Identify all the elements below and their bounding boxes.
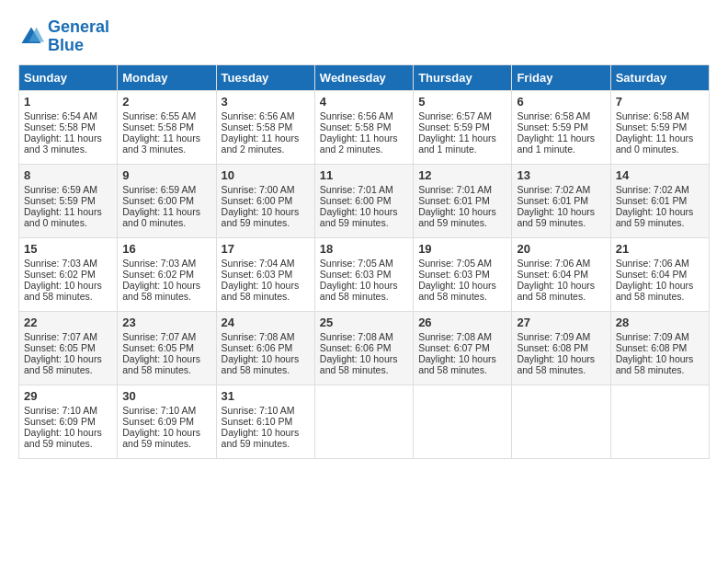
day-info: Sunset: 6:02 PM (122, 269, 210, 280)
day-info: Sunset: 6:10 PM (222, 416, 310, 427)
day-info: and 58 minutes. (24, 364, 112, 375)
day-info: Daylight: 11 hours (616, 132, 704, 144)
day-number: 8 (24, 168, 112, 182)
day-number: 5 (418, 95, 506, 109)
day-number: 28 (616, 316, 704, 329)
day-info: Sunrise: 7:07 AM (122, 331, 210, 342)
day-info: Sunset: 6:01 PM (616, 195, 704, 206)
day-info: and 1 minute. (517, 144, 605, 155)
day-number: 27 (517, 316, 605, 329)
day-info: and 58 minutes. (122, 364, 210, 375)
day-number: 16 (122, 242, 210, 256)
day-number: 25 (320, 316, 408, 329)
calendar-week-row: 1Sunrise: 6:54 AMSunset: 5:58 PMDaylight… (19, 90, 710, 164)
calendar-cell: 17Sunrise: 7:04 AMSunset: 6:03 PMDayligh… (216, 237, 314, 311)
day-info: and 0 minutes. (616, 144, 704, 155)
column-header-wednesday: Wednesday (314, 64, 413, 90)
calendar-week-row: 15Sunrise: 7:03 AMSunset: 6:02 PMDayligh… (19, 237, 710, 311)
day-number: 20 (517, 242, 605, 256)
day-info: Daylight: 11 hours (222, 132, 310, 144)
day-info: and 59 minutes. (24, 438, 112, 449)
column-header-sunday: Sunday (19, 64, 118, 90)
day-info: and 3 minutes. (24, 144, 112, 155)
day-info: Daylight: 10 hours (24, 427, 112, 438)
calendar-header-row: SundayMondayTuesdayWednesdayThursdayFrid… (19, 64, 710, 90)
calendar-cell (512, 385, 610, 458)
day-info: Sunrise: 7:09 AM (517, 331, 605, 342)
day-info: Sunset: 5:58 PM (320, 121, 408, 132)
day-info: Sunrise: 6:59 AM (122, 184, 210, 195)
day-info: Daylight: 10 hours (24, 353, 112, 364)
day-info: Sunrise: 7:10 AM (222, 405, 310, 416)
column-header-tuesday: Tuesday (216, 64, 314, 90)
calendar-cell: 1Sunrise: 6:54 AMSunset: 5:58 PMDaylight… (19, 90, 118, 164)
day-info: Sunset: 5:58 PM (122, 121, 210, 132)
day-number: 15 (24, 242, 112, 256)
day-info: Sunrise: 7:06 AM (616, 258, 704, 269)
day-info: Sunset: 6:06 PM (320, 342, 408, 353)
day-info: and 1 minute. (418, 144, 506, 155)
day-info: and 59 minutes. (418, 217, 506, 228)
day-info: Daylight: 10 hours (320, 206, 408, 217)
day-info: and 59 minutes. (616, 217, 704, 228)
day-info: Sunrise: 7:07 AM (24, 331, 112, 342)
day-info: Sunset: 6:03 PM (418, 269, 506, 280)
day-info: Sunrise: 6:58 AM (517, 110, 605, 121)
calendar-cell: 28Sunrise: 7:09 AMSunset: 6:08 PMDayligh… (610, 311, 709, 385)
day-info: and 58 minutes. (517, 291, 605, 302)
day-info: and 59 minutes. (320, 217, 408, 228)
calendar-cell (610, 385, 709, 458)
calendar-cell: 25Sunrise: 7:08 AMSunset: 6:06 PMDayligh… (314, 311, 413, 385)
calendar-cell: 26Sunrise: 7:08 AMSunset: 6:07 PMDayligh… (414, 311, 512, 385)
calendar-cell: 16Sunrise: 7:03 AMSunset: 6:02 PMDayligh… (118, 237, 216, 311)
day-info: Sunrise: 7:01 AM (320, 184, 408, 195)
day-number: 11 (320, 168, 408, 182)
day-info: Daylight: 11 hours (320, 132, 408, 144)
page-header: General Blue (18, 18, 710, 55)
day-info: Sunrise: 6:56 AM (320, 110, 408, 121)
day-number: 26 (418, 316, 506, 329)
day-info: Daylight: 10 hours (320, 280, 408, 291)
day-number: 22 (24, 316, 112, 329)
calendar-cell: 9Sunrise: 6:59 AMSunset: 6:00 PMDaylight… (118, 164, 216, 237)
calendar-cell: 8Sunrise: 6:59 AMSunset: 5:59 PMDaylight… (19, 164, 118, 237)
day-number: 23 (122, 316, 210, 329)
calendar-cell: 27Sunrise: 7:09 AMSunset: 6:08 PMDayligh… (512, 311, 610, 385)
calendar-body: 1Sunrise: 6:54 AMSunset: 5:58 PMDaylight… (19, 90, 710, 458)
day-number: 13 (517, 168, 605, 182)
calendar-cell: 29Sunrise: 7:10 AMSunset: 6:09 PMDayligh… (19, 385, 118, 458)
day-info: Daylight: 10 hours (122, 353, 210, 364)
day-number: 7 (616, 95, 704, 109)
day-info: Daylight: 10 hours (320, 353, 408, 364)
day-info: Sunset: 5:59 PM (616, 121, 704, 132)
calendar-cell: 20Sunrise: 7:06 AMSunset: 6:04 PMDayligh… (512, 237, 610, 311)
day-info: Sunset: 6:08 PM (517, 342, 605, 353)
day-info: Sunset: 6:04 PM (517, 269, 605, 280)
day-info: Daylight: 10 hours (517, 353, 605, 364)
day-info: and 59 minutes. (222, 217, 310, 228)
day-info: Sunrise: 7:02 AM (616, 184, 704, 195)
day-info: Daylight: 10 hours (517, 206, 605, 217)
calendar-cell: 30Sunrise: 7:10 AMSunset: 6:09 PMDayligh… (118, 385, 216, 458)
day-info: Sunset: 5:59 PM (24, 195, 112, 206)
day-info: Sunset: 5:59 PM (517, 121, 605, 132)
calendar-cell: 22Sunrise: 7:07 AMSunset: 6:05 PMDayligh… (19, 311, 118, 385)
day-info: and 59 minutes. (517, 217, 605, 228)
day-info: Sunset: 6:01 PM (418, 195, 506, 206)
day-info: Daylight: 10 hours (517, 280, 605, 291)
day-info: Daylight: 10 hours (616, 353, 704, 364)
day-number: 10 (222, 168, 310, 182)
calendar-cell: 4Sunrise: 6:56 AMSunset: 5:58 PMDaylight… (314, 90, 413, 164)
day-number: 31 (222, 389, 310, 403)
calendar-cell: 21Sunrise: 7:06 AMSunset: 6:04 PMDayligh… (610, 237, 709, 311)
calendar-cell: 11Sunrise: 7:01 AMSunset: 6:00 PMDayligh… (314, 164, 413, 237)
day-number: 24 (222, 316, 310, 329)
day-info: and 58 minutes. (24, 291, 112, 302)
day-info: Sunset: 6:01 PM (517, 195, 605, 206)
calendar-cell: 14Sunrise: 7:02 AMSunset: 6:01 PMDayligh… (610, 164, 709, 237)
day-info: and 58 minutes. (616, 291, 704, 302)
day-info: Sunrise: 7:04 AM (222, 258, 310, 269)
logo-icon (18, 24, 44, 50)
day-info: Sunset: 6:05 PM (24, 342, 112, 353)
day-info: Daylight: 10 hours (418, 280, 506, 291)
